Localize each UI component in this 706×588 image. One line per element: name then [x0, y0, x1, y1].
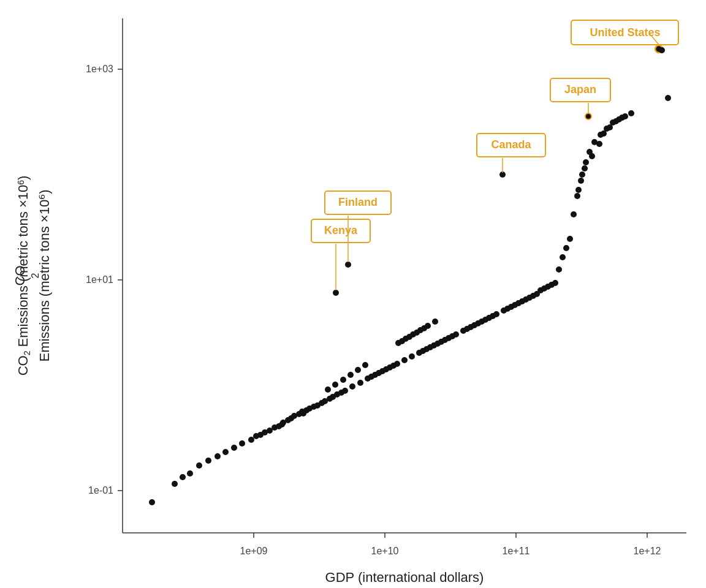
data-point: [355, 367, 361, 373]
data-point: [205, 458, 211, 464]
data-point: [582, 165, 588, 172]
x-axis-label: GDP (international dollars): [325, 570, 484, 585]
data-point: [187, 470, 193, 477]
annotation-label-japan: Japan: [564, 83, 596, 96]
svg-text:CO2 Emissions (metric tons ×10: CO2 Emissions (metric tons ×106): [15, 176, 32, 376]
data-point: [512, 302, 518, 308]
data-point: [239, 440, 245, 447]
data-point: [449, 333, 455, 339]
data-point: [421, 325, 427, 331]
data-point: [330, 394, 336, 400]
annotation-label-canada: Canada: [491, 138, 531, 151]
data-point: [563, 245, 569, 251]
data-point: [579, 172, 585, 178]
data-point: [399, 338, 405, 344]
data-point: [306, 405, 313, 412]
data-point: [486, 315, 492, 321]
y-tick-label-2: 1e+01: [86, 274, 113, 285]
data-point: [619, 115, 625, 121]
annotation-label-us: United States: [590, 26, 660, 39]
data-point: [196, 462, 202, 469]
data-point: [322, 398, 328, 404]
data-point: [390, 363, 397, 369]
data-point: [291, 413, 297, 419]
data-point: [574, 193, 580, 199]
x-tick-label-2: 1e+10: [371, 546, 399, 556]
data-point: [262, 429, 268, 435]
data-point: [368, 374, 374, 380]
data-point: [583, 159, 589, 165]
data-point: [613, 118, 619, 124]
data-point: [383, 366, 389, 372]
data-point: [548, 282, 555, 288]
data-point: [253, 433, 259, 439]
data-point: [357, 380, 363, 386]
data-point-kenya: [333, 290, 339, 296]
data-point: [427, 344, 433, 350]
y-axis-label2: Emissions (metric tons ×10⁶): [37, 189, 52, 361]
y-tick-label-1: 1e-01: [88, 485, 113, 496]
data-point: [432, 318, 438, 325]
data-point: [493, 311, 499, 317]
data-point: [340, 377, 346, 383]
data-point: [325, 386, 331, 393]
x-tick-label-3: 1e+11: [503, 546, 530, 556]
data-point: [560, 254, 566, 260]
data-point: [435, 341, 441, 347]
data-point: [519, 298, 525, 304]
data-point: [222, 449, 229, 455]
data-point: [571, 211, 577, 217]
data-point: [541, 285, 547, 292]
data-point: [347, 372, 354, 378]
data-point: [172, 481, 178, 487]
x-tick-label-1: 1e+09: [240, 546, 268, 556]
data-point: [420, 348, 426, 354]
data-point-japan: [585, 113, 591, 119]
data-point: [279, 421, 285, 428]
chart-container: 1e+09 1e+10 1e+11 1e+12 1e-01 1e+01 1e+0…: [0, 0, 706, 588]
data-point-finland: [345, 262, 351, 268]
x-tick-label-4: 1e+12: [634, 546, 661, 556]
data-point: [349, 383, 355, 390]
annotation-label-kenya: Kenya: [324, 224, 358, 236]
data-point: [406, 334, 412, 340]
annotation-label-finland: Finland: [338, 196, 378, 208]
data-point: [231, 445, 237, 451]
y-tick-label-3: 1e+03: [86, 64, 113, 74]
data-point: [414, 330, 420, 336]
data-point: [575, 187, 582, 193]
data-point: [214, 453, 221, 459]
data-point: [332, 382, 338, 388]
data-point: [601, 130, 607, 137]
data-point: [401, 357, 408, 363]
data-point: [464, 326, 470, 332]
data-point: [442, 337, 448, 343]
data-point: [409, 353, 415, 360]
data-point: [338, 390, 344, 396]
data-point: [479, 318, 485, 325]
data-point: [578, 178, 584, 184]
data-point-us2: [659, 47, 665, 53]
data-point: [556, 266, 562, 273]
data-point: [628, 110, 634, 116]
data-point: [362, 362, 368, 368]
data-point: [149, 499, 155, 505]
data-point: [300, 410, 306, 417]
data-point: [271, 424, 278, 431]
data-point: [607, 124, 613, 130]
data-point: [586, 149, 593, 155]
data-point: [314, 402, 321, 409]
data-point-outlier: [665, 95, 671, 101]
data-point: [526, 295, 533, 301]
data-point: [180, 474, 186, 480]
data-point: [471, 322, 477, 328]
data-point: [376, 370, 382, 376]
data-point: [567, 236, 573, 242]
data-point: [285, 417, 291, 423]
y-axis-label-group: CO2 Emissions (metric tons ×106): [15, 176, 32, 376]
data-point: [248, 437, 254, 443]
data-point: [591, 139, 598, 145]
data-point: [504, 306, 511, 312]
